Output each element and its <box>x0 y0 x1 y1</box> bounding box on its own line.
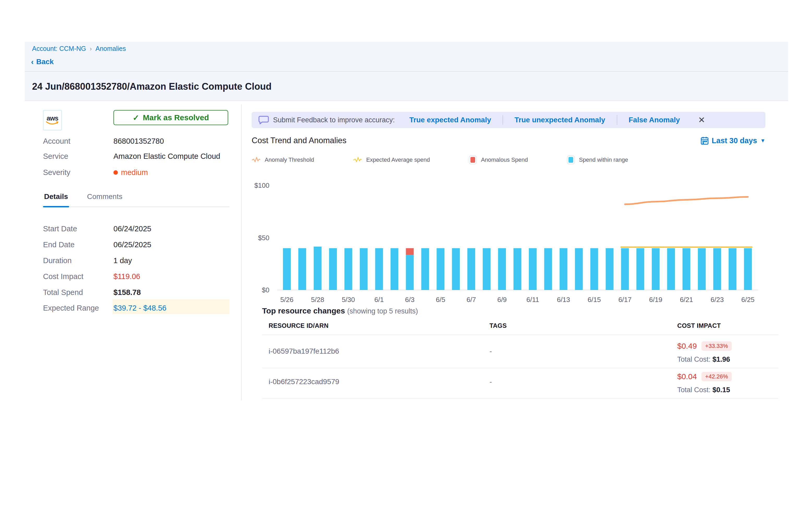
cost-impact: $0.04+42.26% <box>677 372 732 381</box>
x-tick-label: 6/19 <box>649 296 662 304</box>
aws-smile-icon <box>46 121 59 125</box>
close-icon[interactable]: ✕ <box>698 115 705 125</box>
cost-impact: $0.49+33.33% <box>677 341 732 351</box>
severity-dot-icon <box>113 170 118 175</box>
x-tick-label: 6/5 <box>436 296 445 304</box>
bar-5/30 <box>344 248 352 290</box>
calendar-icon <box>701 136 708 145</box>
top-resource-changes: Top resource changes (showing top 5 resu… <box>262 304 778 400</box>
feedback-bubble-icon <box>259 115 269 125</box>
y-tick-label: $0 <box>262 286 269 294</box>
resource-id-link[interactable]: i-06597ba197fe112b6 <box>269 347 339 356</box>
field-value: $158.78 <box>113 288 141 297</box>
anomaly-summary-panel: aws ✓ Mark as Resolved Account8680013527… <box>43 104 229 402</box>
left-panel-tabs: DetailsComments <box>43 192 124 207</box>
legend-item: Anomaly Threshold <box>252 156 314 163</box>
bar-6/3 <box>406 255 414 290</box>
bar-6/8 <box>483 248 491 290</box>
bar-6/1 <box>375 248 383 290</box>
y-tick-label: $50 <box>258 234 269 242</box>
bar-6/18 <box>636 248 644 290</box>
detail-row: End Date06/25/2025 <box>43 240 229 250</box>
bar-6/15 <box>590 248 598 290</box>
bar-6/13 <box>559 248 568 290</box>
chart-title: Cost Trend and Anomalies <box>252 136 347 145</box>
field-value: Amazon Elastic Compute Cloud <box>113 152 220 160</box>
tabs-divider <box>43 207 229 207</box>
detail-row: Expected Range$39.72 - $48.56 <box>43 303 229 313</box>
field-label: End Date <box>43 241 113 249</box>
detail-row: Total Spend$158.78 <box>43 287 229 297</box>
legend-item: Anomalous Spend <box>469 155 528 164</box>
summary-field-row: Account868001352780 <box>43 136 229 146</box>
feedback-bar: Submit Feedback to improve accuracy: Tru… <box>252 112 765 128</box>
legend-label: Spend within range <box>579 156 628 163</box>
chevron-down-icon: ▼ <box>760 138 765 144</box>
breadcrumb-anomalies-link[interactable]: Anomalies <box>95 45 126 52</box>
x-tick-label: 6/23 <box>711 296 724 304</box>
summary-field-row: ServiceAmazon Elastic Compute Cloud <box>43 151 229 161</box>
back-button[interactable]: ‹ Back <box>31 57 54 66</box>
field-label: Service <box>43 152 113 160</box>
x-tick-label: 6/13 <box>557 296 570 304</box>
feedback-option[interactable]: True unexpected Anomaly <box>503 116 617 124</box>
bar-6/24 <box>729 248 737 290</box>
x-tick-label: 6/15 <box>588 296 601 304</box>
bar-6/6 <box>452 248 460 290</box>
bar-6/17 <box>621 248 629 290</box>
bar-6/2 <box>391 248 398 290</box>
cost-impact-percent-badge: +33.33% <box>702 341 732 351</box>
page-title: 24 Jun/868001352780/Amazon Elastic Compu… <box>32 81 271 92</box>
legend-label: Expected Average spend <box>366 156 430 163</box>
breadcrumb-account-link[interactable]: Account: CCM-NG <box>32 45 86 52</box>
bar-5/31 <box>360 248 368 290</box>
bar-6/12 <box>544 248 552 290</box>
bar-6/9 <box>498 248 506 290</box>
detail-row: Start Date06/24/2025 <box>43 224 229 234</box>
legend-square-fill <box>569 157 573 163</box>
legend-wave-icon <box>353 156 362 163</box>
table-divider <box>262 398 778 399</box>
chart-legend: Anomaly ThresholdExpected Average spendA… <box>252 155 628 164</box>
feedback-prompt: Submit Feedback to improve accuracy: <box>273 116 395 124</box>
mark-as-resolved-button[interactable]: ✓ Mark as Resolved <box>113 110 228 125</box>
field-label: Expected Range <box>43 304 113 312</box>
resource-id-link[interactable]: i-0b6f257223cad9579 <box>269 378 339 386</box>
feedback-option[interactable]: False Anomaly <box>617 116 691 124</box>
bar-6/7 <box>467 248 475 290</box>
tab-comments[interactable]: Comments <box>86 192 124 207</box>
bar-6/4 <box>421 248 429 290</box>
legend-label: Anomalous Spend <box>481 156 528 163</box>
title-band: 24 Jun/868001352780/Amazon Elastic Compu… <box>25 71 788 101</box>
x-tick-label: 6/7 <box>467 296 476 304</box>
cost-impact-value: $0.04 <box>677 372 697 381</box>
field-value: 06/25/2025 <box>113 241 151 249</box>
bar-6/19 <box>652 248 660 290</box>
column-header-1: TAGS <box>490 322 507 329</box>
legend-label: Anomaly Threshold <box>265 156 314 163</box>
legend-item: Spend within range <box>567 155 628 164</box>
bar-6/10 <box>513 248 521 290</box>
legend-square-icon <box>567 155 575 164</box>
field-label: Account <box>43 137 113 146</box>
feedback-option[interactable]: True expected Anomaly <box>398 116 502 124</box>
field-label: Duration <box>43 256 113 265</box>
cost-impact-value: $0.49 <box>677 342 697 350</box>
total-cost: Total Cost: $0.15 <box>677 386 730 394</box>
feedback-options: True expected AnomalyTrue unexpected Ano… <box>398 115 691 125</box>
bar-5/28 <box>314 247 322 290</box>
period-selector[interactable]: Last 30 days ▼ <box>701 136 765 145</box>
bar-5/29 <box>329 248 337 290</box>
bar-6/20 <box>667 248 675 290</box>
bar-5/26 <box>283 248 291 290</box>
bar-6/14 <box>575 248 583 290</box>
field-value: 868001352780 <box>113 137 164 146</box>
detail-row: Duration1 day <box>43 255 229 265</box>
breadcrumb-band: Account: CCM-NG › Anomalies ‹ Back <box>25 42 788 71</box>
total-cost-value: $0.15 <box>712 386 730 394</box>
back-chevron-icon: ‹ <box>31 57 34 66</box>
anomaly-threshold-line <box>625 197 748 204</box>
bar-6/22 <box>698 248 706 290</box>
x-tick-label: 6/11 <box>527 296 539 304</box>
tab-details[interactable]: Details <box>43 192 69 207</box>
